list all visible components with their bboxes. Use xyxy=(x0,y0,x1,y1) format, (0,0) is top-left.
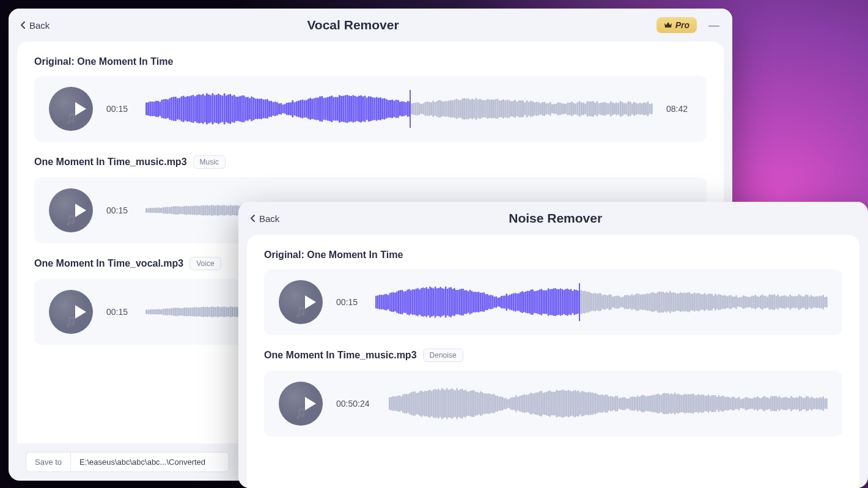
play-button[interactable] xyxy=(279,280,323,324)
svg-rect-977 xyxy=(718,294,720,311)
svg-rect-36 xyxy=(216,95,218,124)
svg-rect-293 xyxy=(215,205,216,215)
svg-rect-1058 xyxy=(419,391,421,416)
svg-rect-279 xyxy=(185,205,187,215)
svg-rect-526 xyxy=(158,309,160,314)
svg-rect-253 xyxy=(639,103,641,115)
svg-rect-895 xyxy=(575,290,577,315)
svg-rect-905 xyxy=(593,294,595,311)
playhead[interactable] xyxy=(410,90,411,128)
svg-rect-256 xyxy=(645,103,647,115)
svg-rect-1270 xyxy=(777,397,778,410)
svg-rect-987 xyxy=(735,295,737,309)
svg-rect-301 xyxy=(232,205,234,215)
svg-rect-795 xyxy=(402,290,403,314)
svg-rect-163 xyxy=(463,98,465,119)
svg-rect-1210 xyxy=(675,394,677,413)
svg-rect-978 xyxy=(720,295,722,310)
svg-rect-1067 xyxy=(435,389,436,418)
svg-rect-928 xyxy=(633,295,634,309)
play-button[interactable] xyxy=(49,87,93,131)
minimize-button[interactable]: — xyxy=(708,20,720,31)
svg-rect-132 xyxy=(403,102,405,116)
title-text: One Moment In Time_music.mp3 xyxy=(34,157,187,168)
svg-rect-557 xyxy=(223,306,225,317)
svg-rect-130 xyxy=(399,102,401,116)
svg-rect-1034 xyxy=(817,297,819,308)
waveform[interactable] xyxy=(389,387,828,420)
svg-rect-167 xyxy=(471,98,473,119)
svg-rect-20 xyxy=(185,97,186,121)
svg-rect-1148 xyxy=(571,391,572,416)
svg-rect-902 xyxy=(587,292,589,313)
svg-rect-900 xyxy=(584,290,586,314)
svg-rect-17 xyxy=(178,98,180,120)
svg-rect-38 xyxy=(219,95,221,123)
svg-rect-124 xyxy=(388,100,389,118)
svg-rect-1174 xyxy=(615,396,616,412)
svg-rect-267 xyxy=(160,208,162,213)
svg-rect-1061 xyxy=(424,391,425,416)
svg-rect-962 xyxy=(692,294,694,311)
time-current: 00:50:24 xyxy=(336,399,375,409)
svg-rect-1036 xyxy=(821,296,823,308)
svg-rect-154 xyxy=(446,101,448,117)
svg-rect-1197 xyxy=(654,395,655,412)
svg-rect-1150 xyxy=(575,390,576,418)
svg-rect-1191 xyxy=(644,395,645,412)
svg-rect-66 xyxy=(274,102,276,116)
svg-rect-21 xyxy=(186,96,188,122)
svg-rect-1105 xyxy=(499,397,500,411)
svg-rect-1017 xyxy=(788,297,790,308)
play-button[interactable] xyxy=(279,382,323,426)
svg-rect-932 xyxy=(640,295,642,309)
svg-rect-83 xyxy=(307,99,309,119)
svg-rect-120 xyxy=(380,97,381,120)
svg-rect-1157 xyxy=(586,393,587,415)
svg-rect-246 xyxy=(625,103,627,115)
svg-rect-1211 xyxy=(677,394,679,414)
svg-rect-990 xyxy=(741,297,743,308)
svg-rect-101 xyxy=(342,96,344,122)
back-button[interactable]: Back xyxy=(21,20,50,31)
svg-rect-930 xyxy=(636,294,638,311)
svg-rect-995 xyxy=(749,297,751,308)
svg-rect-811 xyxy=(429,287,431,318)
svg-rect-839 xyxy=(478,292,480,312)
svg-rect-969 xyxy=(704,293,706,311)
play-button[interactable] xyxy=(49,290,93,334)
svg-rect-992 xyxy=(744,296,746,309)
pro-badge[interactable]: Pro xyxy=(657,17,697,33)
svg-rect-875 xyxy=(540,289,542,315)
svg-rect-144 xyxy=(427,102,428,116)
svg-rect-1189 xyxy=(641,396,642,412)
svg-rect-1 xyxy=(147,102,149,116)
minimize-icon: — xyxy=(708,19,719,31)
svg-rect-118 xyxy=(376,97,378,120)
svg-rect-546 xyxy=(200,307,202,317)
playhead[interactable] xyxy=(579,283,580,321)
svg-rect-192 xyxy=(520,100,522,117)
svg-rect-1079 xyxy=(455,390,456,417)
svg-rect-266 xyxy=(158,207,160,213)
svg-rect-1287 xyxy=(806,396,807,412)
svg-rect-175 xyxy=(487,99,489,119)
waveform[interactable] xyxy=(375,286,828,319)
play-icon xyxy=(303,294,318,310)
svg-rect-178 xyxy=(493,100,495,119)
svg-rect-986 xyxy=(734,297,735,308)
waveform-svg xyxy=(375,286,828,319)
play-button[interactable] xyxy=(49,188,93,232)
svg-rect-239 xyxy=(612,103,614,116)
back-button[interactable]: Back xyxy=(251,213,279,224)
svg-rect-1178 xyxy=(622,397,623,410)
waveform[interactable] xyxy=(145,92,653,125)
save-to-path[interactable]: E:\easeus\abc\abc\abc...\Converted xyxy=(70,452,229,472)
svg-rect-1145 xyxy=(566,391,567,416)
svg-rect-1165 xyxy=(600,395,601,413)
svg-rect-41 xyxy=(226,95,227,122)
svg-rect-1204 xyxy=(666,393,667,414)
svg-rect-1073 xyxy=(444,390,446,417)
svg-rect-882 xyxy=(553,288,554,316)
svg-rect-1141 xyxy=(559,391,561,417)
